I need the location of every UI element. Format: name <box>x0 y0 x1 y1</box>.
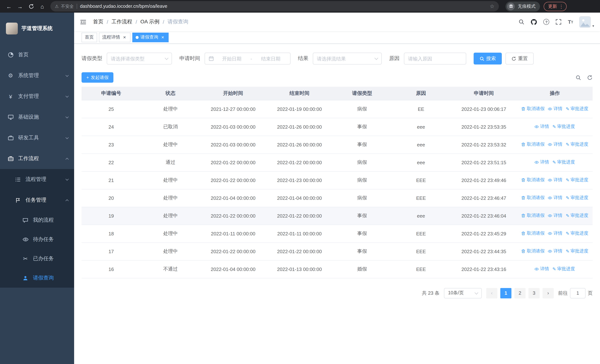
detail-link[interactable]: 详情 <box>548 177 562 183</box>
trash-icon <box>521 249 526 253</box>
avatar[interactable] <box>580 16 591 28</box>
kebab-menu-icon[interactable]: ⋮ <box>559 3 564 9</box>
page-button-1[interactable]: 1 <box>500 288 511 298</box>
progress-link[interactable]: ✎审批进度 <box>552 266 575 272</box>
cell-apply-time: 2022-01-22 23:53:32 <box>451 136 517 153</box>
progress-link[interactable]: ✎审批进度 <box>552 124 575 130</box>
close-icon[interactable]: × <box>160 35 165 40</box>
progress-link[interactable]: ✎审批进度 <box>566 177 588 183</box>
forward-icon[interactable]: → <box>15 1 25 11</box>
header-actions: ? TT ▾ <box>519 16 594 28</box>
cancel-leave-link[interactable]: 取消请假 <box>521 177 544 183</box>
cell-leave-type: 病假 <box>333 189 391 207</box>
sidebar-item-system[interactable]: ⚙ 系统管理 <box>0 65 74 86</box>
detail-link[interactable]: 详情 <box>534 266 549 272</box>
goto-page-input[interactable] <box>570 288 586 298</box>
progress-link[interactable]: ✎审批进度 <box>566 106 588 112</box>
reload-icon[interactable] <box>26 1 36 11</box>
leave-type-select[interactable] <box>107 53 172 65</box>
sidebar-item-home[interactable]: 首页 <box>0 45 74 65</box>
page-size-select[interactable]: 10条/页 <box>444 288 482 298</box>
close-icon[interactable]: × <box>122 35 127 40</box>
tab-leave-query[interactable]: 请假查询 × <box>132 32 169 42</box>
progress-link[interactable]: ✎审批进度 <box>566 230 588 237</box>
security-status[interactable]: ⚠ 不安全 <box>55 3 74 9</box>
bookmark-star-icon[interactable]: ☆ <box>490 3 494 9</box>
tab-home[interactable]: 首页 <box>82 32 97 42</box>
date-range-picker[interactable]: - <box>205 53 291 65</box>
progress-link[interactable]: ✎审批进度 <box>566 213 588 219</box>
breadcrumb-workflow[interactable]: 工作流程 <box>112 19 132 25</box>
trash-icon <box>521 107 526 111</box>
next-page-button[interactable]: › <box>543 288 554 298</box>
sidebar-item-infrastructure[interactable]: 基础设施 <box>0 107 74 128</box>
cancel-leave-link[interactable]: 取消请假 <box>521 230 544 237</box>
font-size-icon[interactable]: TT <box>568 19 573 24</box>
search-button[interactable]: 搜索 <box>474 53 502 65</box>
end-date-input[interactable] <box>255 56 286 61</box>
detail-link[interactable]: 详情 <box>548 106 562 112</box>
col-apply-time: 申请时间 <box>451 87 517 100</box>
url-text[interactable]: dashboard.yudao.iocoder.cn/bpm/oa/leave <box>80 4 487 9</box>
sidebar-item-my-process[interactable]: 我的流程 <box>0 211 74 230</box>
progress-link[interactable]: ✎审批进度 <box>566 141 588 148</box>
cancel-leave-link[interactable]: 取消请假 <box>521 141 544 148</box>
sidebar-item-process-mgmt[interactable]: 流程管理 <box>0 169 74 190</box>
sidebar-item-devtools[interactable]: 研发工具 <box>0 128 74 148</box>
page-button-3[interactable]: 3 <box>528 288 540 298</box>
home-icon[interactable]: ⌂ <box>37 1 47 11</box>
sidebar-logo[interactable]: 芋道管理系统 <box>0 13 74 45</box>
cell-start-time: 2022-01-11 00:00:00 <box>200 225 266 243</box>
sidebar-item-workflow[interactable]: 工作流程 <box>0 148 74 169</box>
trash-icon <box>521 231 526 236</box>
eye-icon <box>548 196 552 200</box>
fullscreen-icon[interactable] <box>556 19 562 25</box>
detail-link[interactable]: 详情 <box>548 248 562 254</box>
start-date-input[interactable] <box>216 56 248 61</box>
sidebar-item-todo-tasks[interactable]: 待办任务 <box>0 230 74 249</box>
incognito-chip[interactable]: 无痕模式 <box>506 1 540 11</box>
cancel-leave-link[interactable]: 取消请假 <box>521 248 544 254</box>
github-icon[interactable] <box>531 19 537 25</box>
refresh-table-icon[interactable] <box>587 75 593 80</box>
detail-link[interactable]: 详情 <box>548 213 562 219</box>
toggle-search-icon[interactable] <box>576 75 581 80</box>
progress-link[interactable]: ✎审批进度 <box>566 248 588 254</box>
detail-link[interactable]: 详情 <box>548 195 562 201</box>
detail-link[interactable]: 详情 <box>534 124 549 130</box>
sidebar-item-label: 工作流程 <box>18 155 62 162</box>
sidebar-item-task-mgmt[interactable]: 任务管理 <box>0 190 74 211</box>
cancel-leave-link[interactable]: 取消请假 <box>521 195 544 201</box>
op-label: 审批进度 <box>557 124 575 130</box>
help-icon[interactable]: ? <box>544 19 549 25</box>
cancel-leave-link[interactable]: 取消请假 <box>521 106 544 112</box>
sidebar-item-leave-query[interactable]: 请假查询 <box>0 268 74 288</box>
result-select[interactable] <box>313 53 382 65</box>
breadcrumb-oa-example[interactable]: OA 示例 <box>141 19 159 25</box>
cancel-leave-link[interactable]: 取消请假 <box>521 213 544 219</box>
filter-apply-time: 申请时间 - <box>179 53 291 65</box>
reset-button[interactable]: 重置 <box>506 53 534 65</box>
app-header: 首页 / 工作流程 / OA 示例 / 请假查询 ? <box>74 13 600 31</box>
reason-field[interactable] <box>404 53 466 65</box>
create-leave-button[interactable]: + 发起请假 <box>82 72 113 83</box>
progress-link[interactable]: ✎审批进度 <box>566 195 588 201</box>
detail-link[interactable]: 详情 <box>548 230 562 237</box>
detail-link[interactable]: 详情 <box>534 159 549 166</box>
page-button-2[interactable]: 2 <box>514 288 525 298</box>
address-bar[interactable]: ⚠ 不安全 dashboard.yudao.iocoder.cn/bpm/oa/… <box>50 1 499 11</box>
search-icon[interactable] <box>519 19 525 25</box>
sidebar-item-payment[interactable]: ¥ 支付管理 <box>0 86 74 107</box>
collapse-sidebar-icon[interactable] <box>80 19 86 25</box>
reason-input[interactable] <box>408 56 462 61</box>
sidebar-item-done-tasks[interactable]: ✂ 已办任务 <box>0 249 74 268</box>
browser-update-button[interactable]: 更新 ⋮ <box>544 2 567 11</box>
detail-link[interactable]: 详情 <box>548 141 562 148</box>
user-menu[interactable]: ▾ <box>580 16 594 28</box>
result-input[interactable] <box>317 56 373 61</box>
back-icon[interactable]: ← <box>4 1 14 11</box>
tab-process-detail[interactable]: 流程详情 × <box>99 32 131 42</box>
breadcrumb-home[interactable]: 首页 <box>93 19 103 25</box>
progress-link[interactable]: ✎审批进度 <box>552 159 575 166</box>
leave-type-input[interactable] <box>111 56 163 61</box>
